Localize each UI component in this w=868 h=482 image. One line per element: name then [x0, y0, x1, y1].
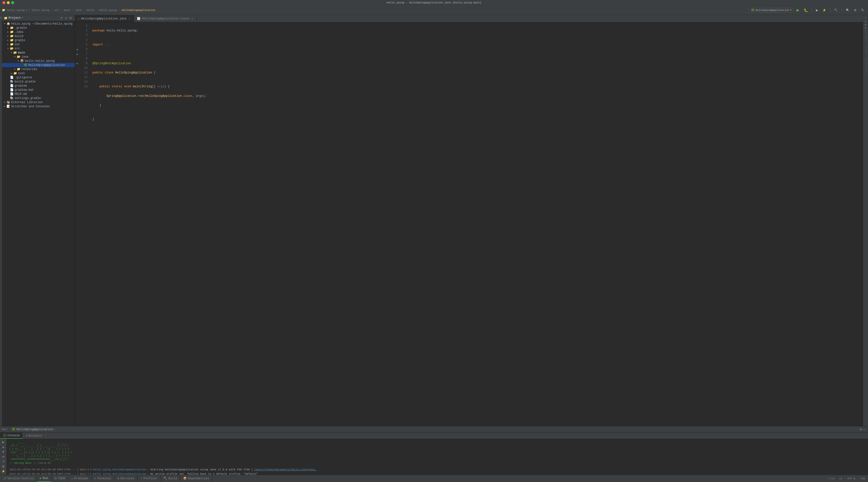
- problems-tab[interactable]: ⚠ Problems: [68, 475, 91, 482]
- run-play-button[interactable]: ▶: [1, 440, 6, 444]
- package-icon: 📦: [20, 59, 24, 63]
- tab-class-close-button[interactable]: ✕: [191, 17, 194, 21]
- line-ending-status[interactable]: LF: [838, 477, 843, 480]
- run-minimize-button[interactable]: —: [863, 428, 866, 431]
- notifications-tab[interactable]: Notifications: [863, 57, 868, 76]
- code-content[interactable]: package hello.hello_sping; import ... @S…: [90, 22, 863, 426]
- log-line-2: 2023-04-15T18:49:56.914+09:00 INFO 2766 …: [9, 472, 866, 475]
- version-control-tab[interactable]: ⎇ Version Control: [0, 475, 37, 482]
- structure-tab[interactable]: P: [0, 15, 2, 21]
- tree-item-main-dir[interactable]: ▼ 📂 main: [2, 51, 75, 55]
- actuator-label: Actuator: [29, 434, 43, 438]
- console-subtab[interactable]: ⬛ Console: [0, 432, 23, 439]
- console-label: Console: [7, 434, 20, 437]
- tree-item-build-gradle[interactable]: 🐘 build.gradle: [2, 79, 75, 84]
- actuator-subtab[interactable]: ⚙ Actuator: [23, 432, 46, 439]
- project-scroll-to-file-button[interactable]: ⊙: [60, 16, 63, 20]
- chevron-down-icon[interactable]: ▼: [865, 27, 866, 29]
- project-collapse-all-button[interactable]: ≡: [64, 16, 68, 20]
- run-tab-close-button[interactable]: ✕: [54, 428, 56, 431]
- gradle-tab[interactable]: Gradle: [863, 45, 868, 55]
- settings-button[interactable]: ⚙: [852, 8, 858, 13]
- expand-icon: ▶: [6, 39, 10, 41]
- run-tab-item[interactable]: 🌿 HelloSpingApplication ✕: [10, 427, 57, 432]
- gutter-line-13: [75, 80, 80, 85]
- project-dropdown[interactable]: 📁 hello_sping ▼: [2, 8, 28, 12]
- expand-icon: ▼: [3, 23, 6, 25]
- code-editor[interactable]: ◆ ▶ ▶ 1: [75, 22, 863, 426]
- maximize-button[interactable]: [11, 1, 14, 4]
- tree-item-help-md[interactable]: 📄 HELP.md: [2, 92, 75, 96]
- coverage-button[interactable]: ▶: [814, 8, 819, 13]
- tree-item-gradle-dir[interactable]: ▶ 📁 .gradle: [2, 26, 75, 30]
- dependencies-tab[interactable]: 📦 Dependencies: [180, 475, 212, 482]
- run-settings-button[interactable]: ⚙: [860, 428, 862, 431]
- run-scroll-down-button[interactable]: ▼: [1, 450, 6, 454]
- tree-item-scratches[interactable]: ▶ 📝 Scratches and Consoles: [2, 104, 75, 108]
- tree-item-gradle-sub-dir[interactable]: ▶ 📁 gradle: [2, 38, 75, 42]
- tree-item-out-dir[interactable]: ▶ 📁 out: [2, 42, 75, 46]
- tree-item-main-class[interactable]: 🌿 HelloSpingApplication: [2, 63, 75, 67]
- run-bottom-tab[interactable]: ▶ Run: [37, 475, 51, 482]
- services-tab[interactable]: ⚙ Services: [114, 475, 137, 482]
- profiler-tab[interactable]: ⚡ Profiler: [137, 475, 161, 482]
- tree-item-build-dir[interactable]: ▶ 📁 build: [2, 34, 75, 38]
- line-col-status[interactable]: 7:14: [827, 477, 835, 480]
- expand-icon: ▶: [6, 43, 10, 46]
- tree-item-gitignore[interactable]: 📄 .gitignore: [2, 75, 75, 79]
- search-button[interactable]: 🔍: [844, 8, 851, 13]
- problems-icon: ⚠: [71, 477, 73, 480]
- folder-icon: 📁: [10, 34, 13, 38]
- tree-item-settings-gradle[interactable]: 🐘 settings.gradle: [2, 96, 75, 100]
- breadcrumb-item-1: hello_sping: [32, 9, 50, 12]
- file-icon: 📄: [10, 88, 13, 92]
- run-button[interactable]: ▶: [795, 7, 801, 13]
- run-filter-button[interactable]: ⚡: [1, 469, 6, 474]
- tree-item-src-dir[interactable]: ▼ 📂 src: [2, 46, 75, 51]
- tree-item-resources-dir[interactable]: ▶ 📁 resources: [2, 67, 75, 71]
- editor-tab-bar: ☕ HelloSpingApplication.java ✕ ⬜ HelloSp…: [75, 15, 863, 22]
- minimize-button[interactable]: [7, 1, 10, 4]
- close-button[interactable]: [2, 1, 5, 4]
- profile-button[interactable]: ⚡: [821, 8, 828, 13]
- build-tab[interactable]: 🔨 Build: [161, 475, 180, 482]
- debug-button[interactable]: 🐛: [802, 7, 809, 13]
- spring-version: (v3.0.5): [38, 461, 51, 465]
- run-stop-button[interactable]: ■: [1, 454, 6, 459]
- tree-item-idea-dir[interactable]: ▶ 📁 .idea: [2, 30, 75, 34]
- run-gutter-icon-2[interactable]: ▶: [76, 62, 78, 65]
- toolbar-right: 🌿 HelloSpingApplication ▼ ▶ 🐛 ▶ ⚡ 🔨 🔍 ⚙ …: [749, 7, 866, 13]
- tree-item-package[interactable]: ▼ 📦 hello.hello_sping: [2, 59, 75, 63]
- terminal-tab[interactable]: ⌨ Terminal: [91, 475, 115, 482]
- indent-status[interactable]: Tab: [859, 477, 866, 480]
- database-tab[interactable]: Database: [863, 31, 868, 43]
- run-config-selector[interactable]: 🌿 HelloSpingApplication ▼: [749, 8, 794, 12]
- project-chevron-icon: ▼: [26, 9, 28, 12]
- run-clear-button[interactable]: 🗑: [1, 464, 6, 469]
- plugins-button[interactable]: 🔌: [860, 8, 866, 13]
- chevron-up-icon[interactable]: ▲: [865, 24, 866, 26]
- tree-item-gradlew[interactable]: 📄 gradlew: [2, 84, 75, 88]
- tab-java-close-button[interactable]: ✕: [128, 17, 131, 21]
- todo-tab[interactable]: ☰ TODO: [51, 475, 68, 482]
- tree-label: resources: [22, 68, 37, 71]
- gutter-line-14: [75, 85, 80, 89]
- gradle-icon: 🐘: [10, 80, 13, 84]
- tab-class[interactable]: ⬜ HelloSpingApplication.class ✕: [134, 15, 197, 22]
- window-title: hello_sping – HelloSpingApplication.java…: [386, 1, 481, 4]
- tree-item-external-libs[interactable]: ▶ 📚 External Libraries: [2, 100, 75, 104]
- tree-item-test-dir[interactable]: ▶ 📁 test: [2, 71, 75, 75]
- toolbar-sep-1: [29, 8, 30, 13]
- run-rerun-button[interactable]: ↺: [1, 459, 6, 464]
- tree-item-root[interactable]: ▼ 🏠 hello_sping ~/Documents/hello_sping: [2, 22, 75, 26]
- build-button[interactable]: 🔨: [833, 8, 839, 13]
- tab-java[interactable]: ☕ HelloSpingApplication.java ✕: [75, 15, 134, 22]
- run-gutter-icon[interactable]: ▶: [76, 53, 78, 56]
- project-options-button[interactable]: ⚙: [69, 16, 73, 20]
- run-scroll-up-button[interactable]: ▲: [1, 445, 6, 449]
- class-file-icon: ⬜: [137, 17, 141, 20]
- encoding-status[interactable]: UTF-8: [846, 477, 856, 480]
- tree-item-java-dir[interactable]: ▼ 📂 java: [2, 55, 75, 59]
- tree-label: src: [14, 47, 20, 50]
- tree-item-gradlew-bat[interactable]: 📄 gradlew.bat: [2, 88, 75, 92]
